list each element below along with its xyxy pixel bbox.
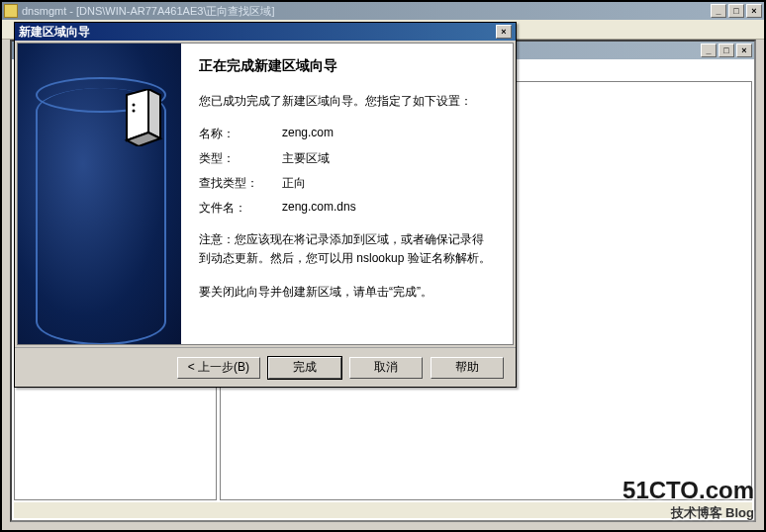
- wizard-close-instruction: 要关闭此向导并创建新区域，请单击“完成”。: [199, 284, 495, 301]
- field-file-value: zeng.com.dns: [282, 200, 356, 217]
- wizard-banner: [18, 44, 181, 344]
- mdi-minimize-button[interactable]: _: [701, 44, 717, 57]
- mdi-maximize-button[interactable]: □: [718, 44, 734, 57]
- field-type-label: 类型：: [199, 150, 282, 167]
- field-lookup-value: 正向: [282, 175, 306, 192]
- server-icon: [119, 89, 164, 146]
- field-lookup-row: 查找类型： 正向: [199, 175, 495, 192]
- svg-marker-1: [148, 89, 160, 138]
- wizard-body: 正在完成新建区域向导 您已成功完成了新建区域向导。您指定了如下设置： 名称： z…: [17, 43, 514, 345]
- wizard-content: 正在完成新建区域向导 您已成功完成了新建区域向导。您指定了如下设置： 名称： z…: [181, 44, 513, 344]
- field-type-row: 类型： 主要区域: [199, 150, 495, 167]
- field-name-row: 名称： zeng.com: [199, 126, 495, 142]
- statusbar: [14, 502, 752, 518]
- new-zone-wizard-dialog: 新建区域向导 × 正在完成新建区: [14, 22, 517, 388]
- wizard-heading: 正在完成新建区域向导: [199, 57, 495, 75]
- main-titlebar: dnsmgmt - [DNS\WIN-AR77A461AE3\正向查找区域] _…: [2, 2, 764, 20]
- field-file-row: 文件名： zeng.com.dns: [199, 200, 495, 217]
- back-button[interactable]: < 上一步(B): [177, 357, 260, 379]
- field-lookup-label: 查找类型：: [199, 175, 282, 192]
- maximize-button[interactable]: □: [728, 4, 744, 18]
- wizard-titlebar: 新建区域向导 ×: [15, 23, 516, 41]
- main-window-controls: _ □ ×: [711, 4, 762, 18]
- help-button[interactable]: 帮助: [431, 357, 504, 379]
- minimize-button[interactable]: _: [711, 4, 726, 18]
- mdi-close-button[interactable]: ×: [736, 44, 752, 57]
- svg-point-3: [133, 104, 136, 107]
- field-name-label: 名称：: [199, 126, 282, 142]
- finish-button[interactable]: 完成: [268, 357, 341, 379]
- main-window: dnsmgmt - [DNS\WIN-AR77A461AE3\正向查找区域] _…: [2, 2, 764, 530]
- field-type-value: 主要区域: [282, 150, 330, 167]
- app-icon: [4, 4, 18, 18]
- wizard-note: 注意：您应该现在将记录添加到区域，或者确保记录得到动态更新。然后，您可以用 ns…: [199, 230, 495, 268]
- wizard-title: 新建区域向导: [19, 24, 90, 41]
- field-name-value: zeng.com: [282, 126, 334, 142]
- close-button[interactable]: ×: [746, 4, 762, 18]
- field-file-label: 文件名：: [199, 200, 282, 217]
- wizard-intro: 您已成功完成了新建区域向导。您指定了如下设置：: [199, 93, 495, 110]
- cancel-button[interactable]: 取消: [349, 357, 423, 379]
- wizard-button-bar: < 上一步(B) 完成 取消 帮助: [15, 347, 516, 387]
- svg-point-4: [133, 110, 136, 113]
- wizard-close-button[interactable]: ×: [496, 25, 512, 39]
- main-window-title: dnsmgmt - [DNS\WIN-AR77A461AE3\正向查找区域]: [22, 4, 707, 19]
